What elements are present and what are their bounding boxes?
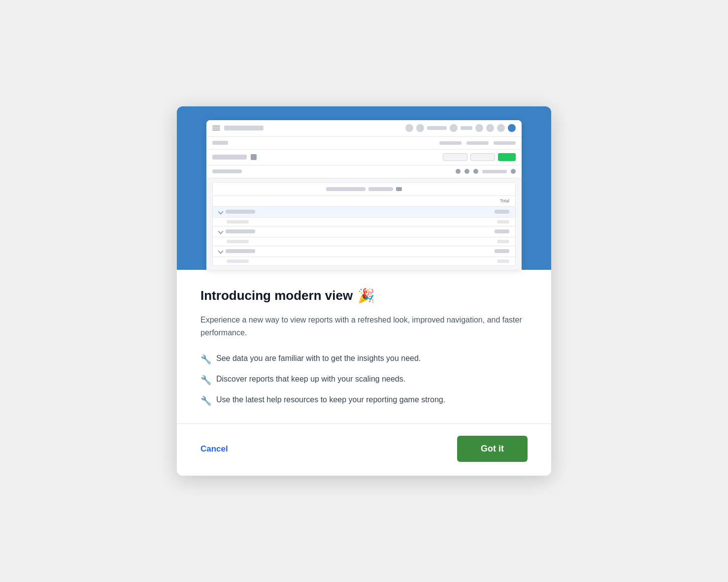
- mock-navbar: [206, 120, 522, 137]
- mock-nav-title: [224, 126, 264, 130]
- mock-toolbar-icons: [456, 169, 516, 174]
- mock-sort-icon: [473, 169, 478, 174]
- mock-user-icon: [416, 124, 424, 132]
- mock-table-row-1: [212, 207, 516, 218]
- modal-title-text: Introducing modern view: [200, 288, 353, 303]
- mock-table-area: Total: [206, 178, 522, 270]
- mock-help-icon: [450, 124, 458, 132]
- mock-feedback: [494, 141, 516, 145]
- mock-subbar: [206, 137, 522, 150]
- feature-text-1: See data you are familiar with to get th…: [216, 353, 421, 364]
- mock-table-row-3: [212, 246, 516, 257]
- mock-header-controls: [443, 153, 516, 161]
- modal-body: Introducing modern view 🎉 Experience a n…: [177, 270, 551, 476]
- mock-sub-value-1: [497, 220, 509, 224]
- modal-title-emoji: 🎉: [358, 288, 375, 304]
- feature-text-3: Use the latest help resources to keep yo…: [216, 394, 445, 406]
- mock-add-icon: [405, 124, 413, 132]
- mock-nav-bar2: [461, 126, 472, 130]
- mock-screenshot: Total: [206, 120, 522, 270]
- mock-bell-icon: [486, 124, 494, 132]
- got-it-button[interactable]: Got it: [457, 436, 528, 462]
- mock-report-name: [212, 155, 247, 160]
- mock-content-header: [206, 150, 522, 165]
- mock-more-icon: [511, 169, 516, 174]
- mock-sub-label-1: [227, 220, 249, 224]
- mock-back-button: [212, 141, 228, 145]
- mock-sub-label-3: [227, 259, 249, 263]
- feature-text-2: Discover reports that keep up with your …: [216, 373, 405, 385]
- mock-table-row-2: [212, 226, 516, 237]
- mock-total-label: Total: [500, 198, 509, 203]
- modal-footer: Cancel Got it: [200, 436, 528, 462]
- mock-sub-row-1: [212, 218, 516, 226]
- mock-row-value-1: [495, 210, 509, 214]
- modal-title: Introducing modern view 🎉: [200, 288, 528, 304]
- feature-icon-2: 🔧: [200, 374, 211, 387]
- mock-row-label-1: [226, 210, 255, 214]
- mock-toolbar-dropdown: [212, 169, 242, 173]
- mock-avatar: [508, 124, 516, 132]
- mock-search-icon: [475, 124, 483, 132]
- mock-row-label-3: [226, 249, 255, 253]
- mock-nav-icons: [405, 124, 516, 132]
- mock-sub-row-2: [212, 237, 516, 246]
- mock-table-total-row: Total: [212, 196, 516, 207]
- mock-chevron-1: [218, 209, 223, 215]
- mock-video-tutorials: [466, 141, 489, 145]
- mock-select1: [443, 153, 467, 161]
- mock-sub-label-2: [227, 240, 249, 243]
- cancel-button[interactable]: Cancel: [200, 440, 228, 458]
- mock-sub-row-3: [212, 257, 516, 266]
- mock-settings-icon: [497, 124, 505, 132]
- mock-edit-icon: [251, 154, 257, 160]
- mock-sub-value-2: [497, 240, 509, 243]
- mock-row-label-2: [226, 229, 255, 233]
- modal-divider: [177, 423, 551, 424]
- mock-chevron-3: [218, 249, 223, 254]
- mock-select2: [470, 153, 495, 161]
- mock-chevron-2: [218, 229, 223, 234]
- mock-row-value-3: [495, 249, 509, 253]
- mock-row-value-2: [495, 229, 509, 233]
- mock-sub-value-3: [497, 259, 509, 263]
- feature-icon-1: 🔧: [200, 353, 211, 366]
- mock-more-dots: [396, 187, 402, 191]
- mock-take-tour: [439, 141, 462, 145]
- mock-nav-bar1: [427, 126, 447, 130]
- mock-top-links: [439, 141, 516, 145]
- mock-table-header: [212, 182, 516, 196]
- modal-features-list: 🔧 See data you are familiar with to get …: [200, 353, 528, 408]
- modal-container: Total: [177, 106, 551, 476]
- mock-share-icon: [456, 169, 461, 174]
- mock-toolbar: [206, 165, 522, 178]
- mock-toolbar-bar2: [482, 170, 507, 173]
- modal-banner: Total: [177, 106, 551, 270]
- feature-icon-3: 🔧: [200, 394, 211, 408]
- feature-item-1: 🔧 See data you are familiar with to get …: [200, 353, 528, 366]
- mock-table-subtitle: [368, 187, 393, 191]
- mock-action-btn: [498, 153, 516, 161]
- feature-item-3: 🔧 Use the latest help resources to keep …: [200, 394, 528, 408]
- mock-hamburger-icon: [212, 126, 220, 130]
- mock-table-title: [326, 187, 365, 191]
- mock-filter-icon: [464, 169, 469, 174]
- feature-item-2: 🔧 Discover reports that keep up with you…: [200, 373, 528, 387]
- modal-description: Experience a new way to view reports wit…: [200, 314, 528, 339]
